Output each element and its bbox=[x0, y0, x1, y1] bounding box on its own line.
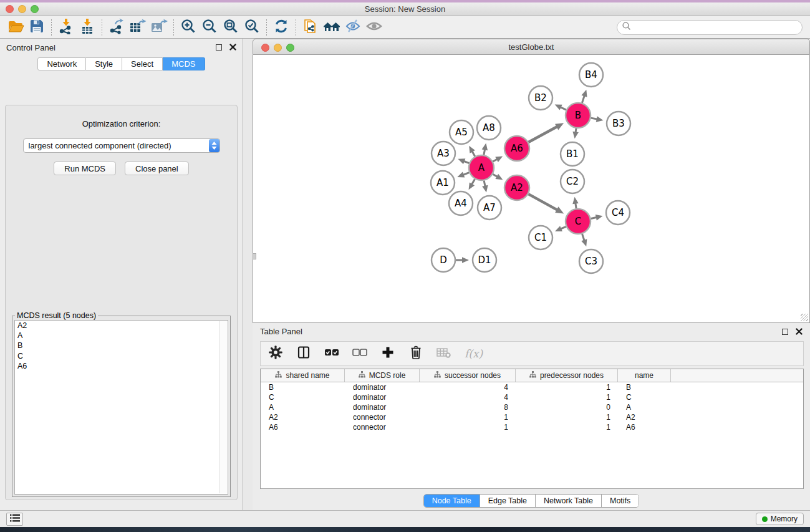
table-row[interactable]: Adominator80A bbox=[261, 402, 803, 412]
graph-node-B3[interactable]: B3 bbox=[607, 112, 630, 135]
open-session-button[interactable] bbox=[5, 18, 26, 37]
tab-network-table[interactable]: Network Table bbox=[535, 495, 601, 507]
table-row[interactable]: A2connector11A2 bbox=[261, 412, 803, 422]
column-header-shared-name[interactable]: shared name bbox=[261, 369, 345, 382]
control-panel-header: Control Panel bbox=[0, 39, 243, 56]
import-network-button[interactable] bbox=[55, 18, 77, 37]
zoom-out-button[interactable] bbox=[199, 18, 220, 37]
export-network-button[interactable] bbox=[106, 18, 127, 37]
delete-table-button[interactable] bbox=[436, 346, 451, 361]
graph-node-A1[interactable]: A1 bbox=[431, 171, 455, 195]
create-column-button[interactable] bbox=[380, 346, 395, 361]
graph-node-A5[interactable]: A5 bbox=[450, 120, 473, 144]
toolbar-separator bbox=[296, 19, 296, 36]
graph-node-B[interactable]: B bbox=[566, 103, 591, 128]
close-panel-icon[interactable] bbox=[229, 42, 236, 53]
memory-button[interactable]: Memory bbox=[756, 513, 804, 525]
network-canvas-svg: A5A8A3A1A4A7AA6A2B2B4BB3B1C2C4CC1C3DD1 bbox=[253, 55, 809, 322]
tab-node-table[interactable]: Node Table bbox=[424, 495, 480, 507]
graph-node-C[interactable]: C bbox=[566, 209, 591, 234]
graph-node-C4[interactable]: C4 bbox=[606, 201, 630, 225]
apply-layout-button[interactable] bbox=[271, 18, 292, 37]
import-table-button[interactable] bbox=[77, 18, 98, 37]
tab-network[interactable]: Network bbox=[37, 57, 86, 70]
svg-text:A4: A4 bbox=[455, 198, 467, 209]
float-panel-icon[interactable] bbox=[216, 44, 222, 51]
mcds-result-title: MCDS result (5 nodes) bbox=[15, 311, 98, 320]
select-all-rows-button[interactable] bbox=[324, 346, 339, 361]
resize-grip-icon[interactable] bbox=[801, 314, 808, 321]
window-titlebar[interactable]: Session: New Session bbox=[0, 2, 810, 16]
tab-motifs[interactable]: Motifs bbox=[601, 495, 639, 507]
graph-node-D[interactable]: D bbox=[432, 248, 455, 272]
result-item[interactable]: A bbox=[15, 331, 228, 341]
export-image-button[interactable] bbox=[148, 18, 170, 37]
graph-node-B2[interactable]: B2 bbox=[529, 86, 552, 110]
tab-mcds[interactable]: MCDS bbox=[163, 57, 205, 70]
arrowhead-icon bbox=[581, 90, 587, 97]
search-input[interactable] bbox=[617, 20, 803, 35]
tab-select[interactable]: Select bbox=[122, 57, 163, 70]
graph-node-B1[interactable]: B1 bbox=[561, 142, 584, 166]
graph-node-A4[interactable]: A4 bbox=[449, 191, 473, 215]
result-scrollbar[interactable] bbox=[219, 321, 227, 493]
table-row[interactable]: Bdominator41B bbox=[261, 382, 803, 392]
edge-A2-C[interactable] bbox=[528, 194, 557, 210]
graph-node-A[interactable]: A bbox=[469, 155, 494, 180]
result-item[interactable]: B bbox=[15, 341, 228, 351]
graph-node-A6[interactable]: A6 bbox=[504, 136, 529, 161]
main-toolbar bbox=[0, 16, 810, 39]
graph-node-D1[interactable]: D1 bbox=[473, 248, 496, 272]
graph-node-C3[interactable]: C3 bbox=[579, 249, 603, 273]
duplicate-network-button[interactable] bbox=[300, 18, 321, 37]
close-table-panel-icon[interactable] bbox=[796, 326, 803, 337]
column-header-successor-nodes[interactable]: successor nodes bbox=[420, 369, 516, 382]
delete-columns-button[interactable] bbox=[408, 346, 423, 361]
column-header-predecessor-nodes[interactable]: predecessor nodes bbox=[516, 369, 618, 382]
show-graphics-details-button[interactable] bbox=[364, 18, 385, 37]
tab-style[interactable]: Style bbox=[86, 57, 122, 70]
close-panel-button[interactable]: Close panel bbox=[125, 162, 189, 175]
svg-text:A: A bbox=[478, 162, 485, 173]
criterion-select[interactable]: largest connected component (directed) bbox=[23, 138, 220, 153]
zoom-in-button[interactable] bbox=[178, 18, 199, 37]
checked-boxes-icon bbox=[324, 348, 339, 359]
column-header-name[interactable]: name bbox=[618, 369, 671, 382]
result-item[interactable]: A2 bbox=[15, 321, 228, 331]
column-header-filler bbox=[671, 369, 803, 382]
zoom-selected-button[interactable] bbox=[241, 18, 263, 37]
graph-node-B4[interactable]: B4 bbox=[579, 63, 603, 87]
tree-icon bbox=[529, 371, 536, 380]
float-table-panel-icon[interactable] bbox=[782, 329, 788, 335]
export-table-button[interactable] bbox=[127, 18, 148, 37]
network-canvas[interactable]: A5A8A3A1A4A7AA6A2B2B4BB3B1C2C4CC1C3DD1 bbox=[253, 55, 810, 323]
table-row[interactable]: A6connector11A6 bbox=[261, 422, 803, 432]
run-mcds-button[interactable]: Run MCDS bbox=[54, 162, 116, 175]
optimization-criterion-label: Optimization criterion: bbox=[6, 119, 237, 128]
show-column-button[interactable] bbox=[296, 346, 311, 361]
table-settings-button[interactable] bbox=[268, 346, 283, 361]
function-builder-button[interactable]: f(x) bbox=[465, 346, 483, 361]
hide-graphics-details-button[interactable] bbox=[342, 18, 364, 37]
tab-edge-table[interactable]: Edge Table bbox=[480, 495, 535, 507]
graph-node-C2[interactable]: C2 bbox=[561, 170, 584, 193]
home-networks-button[interactable] bbox=[321, 18, 342, 37]
save-session-button[interactable] bbox=[26, 18, 47, 37]
zoom-fit-button[interactable] bbox=[220, 18, 241, 37]
edge-A6-B[interactable] bbox=[528, 127, 557, 142]
duplicate-network-icon bbox=[302, 18, 319, 37]
graph-node-A7[interactable]: A7 bbox=[478, 196, 501, 220]
graph-node-C1[interactable]: C1 bbox=[529, 226, 552, 249]
task-history-button[interactable] bbox=[6, 513, 23, 526]
deselect-all-rows-button[interactable] bbox=[352, 346, 367, 361]
graph-node-A3[interactable]: A3 bbox=[432, 142, 455, 165]
result-item[interactable]: C bbox=[15, 351, 228, 361]
graph-node-A2[interactable]: A2 bbox=[504, 175, 529, 200]
splitter-handle[interactable] bbox=[253, 253, 256, 259]
table-row[interactable]: Cdominator41C bbox=[261, 392, 803, 402]
network-window-titlebar[interactable]: testGlobe.txt bbox=[253, 39, 810, 55]
arrowhead-icon bbox=[572, 197, 579, 205]
graph-node-A8[interactable]: A8 bbox=[477, 116, 501, 140]
column-header-mcds-role[interactable]: MCDS role bbox=[345, 369, 420, 382]
result-item[interactable]: A6 bbox=[15, 361, 228, 371]
